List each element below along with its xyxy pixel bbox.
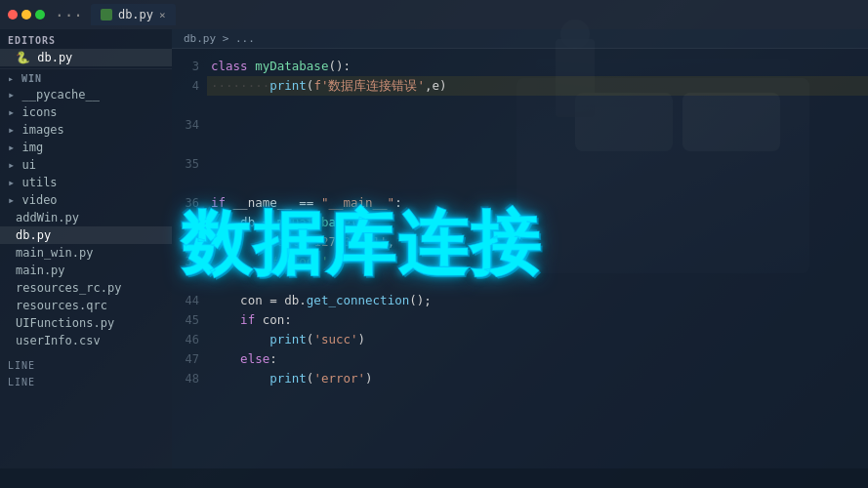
menu-ellipsis[interactable]: ··· — [51, 6, 87, 24]
breadcrumb-bar: db.py > ... — [172, 29, 868, 49]
code-line-35 — [207, 154, 868, 174]
code-line-empty-1 — [207, 96, 868, 115]
overlay-title: 数据库连接 — [181, 197, 542, 291]
sidebar-folder-img[interactable]: img — [0, 139, 172, 156]
sidebar-bottom: LINE LINE — [0, 357, 172, 390]
title-bar-left: ··· — [8, 6, 87, 24]
sidebar-file-resources-qrc[interactable]: resources.qrc — [0, 297, 172, 314]
minimize-button[interactable] — [21, 10, 31, 20]
sidebar-file-db[interactable]: db.py — [0, 226, 172, 244]
code-line-46: print('succ') — [207, 330, 868, 349]
sidebar-folder-icons[interactable]: icons — [0, 103, 172, 121]
win-section-title[interactable]: ▸ WIN — [0, 68, 172, 86]
win-label: ▸ WIN — [8, 73, 42, 84]
sidebar-folder-ui[interactable]: ui — [0, 156, 172, 174]
status-bar — [0, 468, 868, 488]
editors-section-title: EDITORS — [0, 29, 172, 49]
code-line-45: if con: — [207, 310, 868, 330]
code-line-44: con = db.get_connection(); — [207, 291, 868, 310]
tab-label: db.py — [118, 8, 153, 21]
sidebar-folder-images[interactable]: images — [0, 121, 172, 139]
code-line-34 — [207, 115, 868, 135]
tab-close-button[interactable]: × — [159, 9, 166, 21]
editor-tab-db-py[interactable]: db.py × — [91, 4, 176, 25]
code-line-47: else: — [207, 349, 868, 369]
sidebar-file-main-win[interactable]: main_win.py — [0, 244, 172, 262]
code-line-3: class myDatabase(): — [207, 57, 868, 76]
sidebar-line-2: LINE — [0, 374, 172, 390]
title-bar: ··· db.py × — [0, 0, 868, 29]
code-line-48: print('error') — [207, 369, 868, 388]
sidebar: EDITORS 🐍 db.py ▸ WIN __pycache__ icons … — [0, 29, 172, 468]
code-line-empty-3 — [207, 174, 868, 193]
sidebar-file-addwin[interactable]: addWin.py — [0, 209, 172, 226]
sidebar-folder-video[interactable]: video — [0, 191, 172, 209]
sidebar-file-uifunctions[interactable]: UIFunctions.py — [0, 314, 172, 332]
sidebar-item-db-py[interactable]: 🐍 db.py — [0, 49, 172, 66]
close-button[interactable] — [8, 10, 18, 20]
python-file-icon — [101, 9, 112, 20]
sidebar-line-1: LINE — [0, 357, 172, 374]
sidebar-folder-utils[interactable]: utils — [0, 174, 172, 191]
code-line-4: ········print(f'数据库连接错误',e) — [207, 76, 868, 96]
maximize-button[interactable] — [35, 10, 45, 20]
sidebar-file-userinfo[interactable]: userInfo.csv — [0, 332, 172, 349]
sidebar-file-main[interactable]: main.py — [0, 262, 172, 279]
breadcrumb-path: db.py > ... — [184, 32, 255, 45]
sidebar-folder-pycache[interactable]: __pycache__ — [0, 86, 172, 103]
window-controls — [8, 10, 45, 20]
sidebar-file-resources-rc[interactable]: resources_rc.py — [0, 279, 172, 297]
sidebar-file-label: 🐍 db.py — [16, 51, 72, 64]
code-line-empty-2 — [207, 135, 868, 154]
